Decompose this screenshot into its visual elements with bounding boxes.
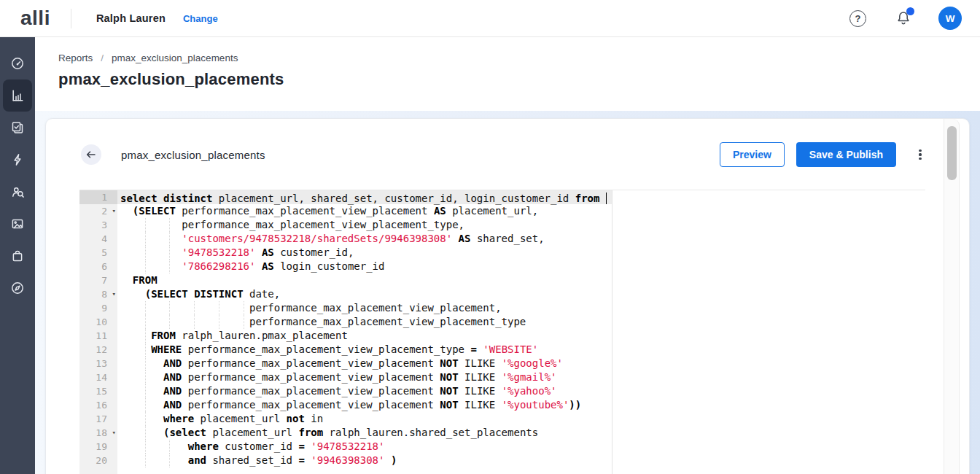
top-nav: alli Ralph Lauren Change ? W [0,0,980,37]
sidebar-item-reports[interactable] [3,79,32,112]
gutter-line-4[interactable]: 4 [79,232,117,246]
code-line-19[interactable]: where customer_id = '9478532218' [117,440,925,454]
sidebar-item-creative[interactable] [3,208,32,240]
fold-arrow-icon[interactable]: ▾ [112,204,116,218]
breadcrumb-reports-link[interactable]: Reports [58,53,93,63]
text-cursor [606,193,607,204]
code-line-8[interactable]: (SELECT DISTINCT date, [117,287,925,301]
sql-editor: 12▾345678▾9101112131415161718▾1920 selec… [79,190,925,474]
preview-button[interactable]: Preview [720,142,785,167]
lightning-icon [10,152,25,167]
sidebar-item-commerce[interactable] [3,240,32,272]
compass-icon [10,281,25,295]
gutter-line-20[interactable]: 20 [79,454,117,467]
code-line-7[interactable]: FROM [117,273,925,287]
more-options-icon[interactable] [915,147,925,163]
gutter-line-5[interactable]: 5 [79,246,117,260]
shopping-bag-icon [10,249,25,263]
code-line-13[interactable]: AND performance_max_placement_view_place… [117,357,925,370]
editor-gutter: 12▾345678▾9101112131415161718▾1920 [79,190,117,474]
code-line-18[interactable]: (select placement_url from ralph_lauren.… [117,426,925,440]
gutter-line-7[interactable]: 7 [79,273,117,287]
code-line-6[interactable]: '7866298216' AS login_customer_id [117,260,925,273]
fold-arrow-icon[interactable]: ▾ [112,426,116,440]
sidebar-item-audiences[interactable] [3,176,32,208]
notifications-bell-icon[interactable] [895,9,912,27]
code-line-3[interactable]: performance_max_placement_view_placement… [117,218,925,232]
card-scrollbar-thumb[interactable] [947,126,957,180]
header-actions: Preview Save & Publish [720,142,925,167]
sidebar-item-explore[interactable] [3,272,32,304]
notification-badge-dot [906,7,914,15]
code-line-4[interactable]: 'customers/9478532218/sharedSets/9946398… [117,232,925,246]
code-area[interactable]: select distinct placement_url, shared_se… [117,190,925,474]
breadcrumb-separator: / [101,53,104,63]
code-line-20[interactable]: and shared_set_id = '9946398308' ) [117,454,925,467]
gutter-line-17[interactable]: 17 [79,412,117,426]
gutter-line-1[interactable]: 1 [79,190,117,204]
gutter-line-8[interactable]: 8▾ [79,287,117,301]
user-avatar[interactable]: W [938,7,962,30]
gutter-line-3[interactable]: 3 [79,218,117,232]
code-line-2[interactable]: (SELECT performance_max_placement_view_p… [117,204,925,218]
save-publish-button[interactable]: Save & Publish [796,142,896,167]
change-client-link[interactable]: Change [183,13,218,24]
app-root: alli Ralph Lauren Change ? W [0,0,980,474]
report-card-header: pmax_exclusion_placements Preview Save &… [46,119,969,167]
gutter-line-9[interactable]: 9 [79,301,117,315]
code-line-12[interactable]: WHERE performance_max_placement_view_pla… [117,343,925,357]
code-line-1[interactable]: select distinct placement_url, shared_se… [117,190,612,204]
nav-divider [71,9,71,28]
help-icon[interactable]: ? [849,10,866,27]
gutter-line-12[interactable]: 12 [79,343,117,357]
code-line-11[interactable]: FROM ralph_lauren.pmax_placement [117,329,925,343]
page-header: Reports / pmax_exclusion_placements pmax… [35,37,980,111]
sidebar-nav [0,37,35,474]
content-area: pmax_exclusion_placements Preview Save &… [35,111,980,474]
report-card: pmax_exclusion_placements Preview Save &… [45,118,970,474]
arrow-left-icon [85,148,98,161]
code-line-14[interactable]: AND performance_max_placement_view_place… [117,370,925,384]
sidebar-item-dashboard[interactable] [3,47,32,79]
card-scrollbar-track[interactable] [944,119,960,474]
gutter-line-15[interactable]: 15 [79,384,117,398]
code-line-9[interactable]: performance_max_placement_view_placement… [117,301,925,315]
alli-logo[interactable]: alli [20,7,50,30]
code-line-10[interactable]: performance_max_placement_view_placement… [117,315,925,329]
clipboard-check-icon [10,120,25,135]
breadcrumb-current: pmax_exclusion_placements [112,53,238,63]
gutter-line-19[interactable]: 19 [79,440,117,454]
code-line-16[interactable]: AND performance_max_placement_view_place… [117,398,925,412]
gauge-icon [10,56,25,71]
code-lines: select distinct placement_url, shared_se… [117,190,925,467]
report-title: pmax_exclusion_placements [121,149,265,161]
breadcrumb: Reports / pmax_exclusion_placements [58,53,980,63]
back-button[interactable] [81,144,101,165]
gutter-line-6[interactable]: 6 [79,260,117,273]
gutter-line-11[interactable]: 11 [79,329,117,343]
nav-right-cluster: ? W [849,7,962,30]
client-name: Ralph Lauren [96,12,166,24]
fold-arrow-icon[interactable]: ▾ [112,287,116,301]
gutter-line-13[interactable]: 13 [79,357,117,370]
image-icon [10,217,25,231]
code-line-17[interactable]: where placement_url not in [117,412,925,426]
sidebar-item-tasks[interactable] [3,112,32,144]
code-line-5[interactable]: '9478532218' AS customer_id, [117,246,925,260]
sidebar-item-automations[interactable] [3,144,32,176]
gutter-line-16[interactable]: 16 [79,398,117,412]
gutter-line-2[interactable]: 2▾ [79,204,117,218]
code-line-15[interactable]: AND performance_max_placement_view_place… [117,384,925,398]
gutter-line-10[interactable]: 10 [79,315,117,329]
gutter-line-14[interactable]: 14 [79,370,117,384]
bar-chart-icon [10,88,25,103]
gutter-line-18[interactable]: 18▾ [79,426,117,440]
page-title: pmax_exclusion_placements [58,70,980,89]
people-search-icon [10,184,25,199]
